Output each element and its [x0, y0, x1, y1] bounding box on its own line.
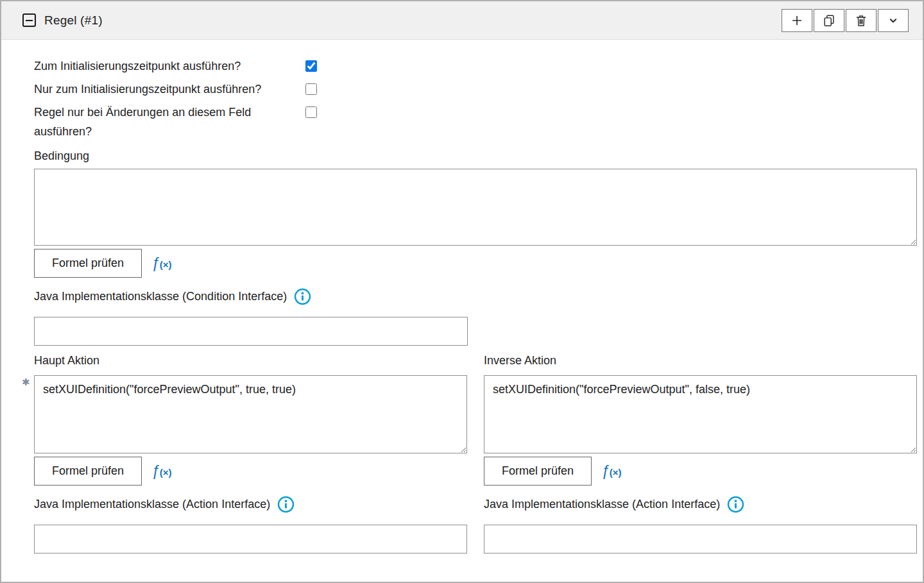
main-action-textarea-wrap: ✱ setXUIDefinition("forcePreviewOutput",…	[34, 375, 467, 453]
formula-icon[interactable]: ƒ(×)	[151, 462, 172, 480]
rule-panel: Regel (#1)	[0, 0, 924, 583]
only-on-field-change-checkbox[interactable]	[305, 106, 317, 118]
info-icon	[294, 288, 311, 305]
condition-label: Bedingung	[34, 146, 917, 165]
add-rule-button[interactable]	[782, 9, 812, 32]
chevron-down-icon	[886, 13, 900, 28]
formula-icon[interactable]: ƒ(×)	[601, 462, 622, 480]
info-icon	[277, 496, 295, 513]
checkbox-row-only-at-init: Nur zum Initialisierungszeitpunkt ausfüh…	[34, 80, 917, 99]
rule-toolbar	[782, 9, 909, 32]
checkbox-label: Nur zum Initialisierungszeitpunkt ausfüh…	[34, 80, 291, 99]
rule-header: Regel (#1)	[1, 1, 923, 40]
condition-actions-row: Formel prüfen ƒ(×)	[34, 249, 917, 278]
condition-java-label: Java Implementationsklasse (Condition In…	[34, 287, 287, 306]
main-action-java-input[interactable]	[34, 525, 467, 553]
main-action-actions-row: Formel prüfen ƒ(×)	[34, 457, 467, 486]
collapse-rule-chevron-button[interactable]	[878, 9, 909, 32]
main-action-textarea[interactable]: setXUIDefinition("forcePreviewOutput", t…	[34, 375, 467, 453]
only-at-init-checkbox[interactable]	[305, 83, 317, 95]
copy-icon	[822, 13, 836, 28]
condition-java-input[interactable]	[34, 317, 468, 346]
main-action-java-info-button[interactable]	[277, 496, 295, 513]
main-action-column: Haupt Aktion ✱ setXUIDefinition("forcePr…	[34, 351, 467, 553]
trash-icon	[854, 13, 868, 28]
inverse-action-java-input[interactable]	[484, 525, 917, 553]
checkbox-row-run-at-init: Zum Initialisierungszeitpunkt ausführen?	[34, 56, 917, 76]
inverse-action-label: Inverse Aktion	[484, 351, 917, 370]
checkbox-label: Regel nur bei Änderungen an diesem Feld …	[34, 103, 291, 141]
main-action-java-label: Java Implementationsklasse (Action Inter…	[34, 494, 270, 514]
inverse-action-java-info-button[interactable]	[727, 496, 744, 513]
main-action-check-formula-button[interactable]: Formel prüfen	[34, 457, 142, 486]
duplicate-rule-button[interactable]	[814, 9, 844, 32]
main-action-java-label-row: Java Implementationsklasse (Action Inter…	[34, 494, 467, 514]
condition-java-info-button[interactable]	[294, 288, 311, 305]
plus-icon	[790, 13, 804, 28]
rule-header-left: Regel (#1)	[22, 13, 103, 28]
condition-textarea[interactable]	[34, 169, 917, 246]
rule-title: Regel (#1)	[44, 13, 103, 28]
inverse-action-textarea[interactable]: setXUIDefinition("forcePreviewOutput", f…	[484, 375, 917, 453]
inverse-action-java-label: Java Implementationsklasse (Action Inter…	[484, 494, 720, 514]
main-action-label: Haupt Aktion	[34, 351, 467, 370]
checkbox-row-only-on-field-change: Regel nur bei Änderungen an diesem Feld …	[34, 103, 917, 141]
inverse-action-java-label-row: Java Implementationsklasse (Action Inter…	[484, 494, 917, 514]
actions-columns: Haupt Aktion ✱ setXUIDefinition("forcePr…	[34, 351, 917, 553]
run-at-init-checkbox[interactable]	[305, 60, 317, 72]
collapse-toggle-button[interactable]	[22, 13, 36, 27]
formula-icon[interactable]: ƒ(×)	[151, 255, 172, 272]
checkbox-label: Zum Initialisierungszeitpunkt ausführen?	[34, 56, 291, 76]
inverse-action-actions-row: Formel prüfen ƒ(×)	[484, 457, 917, 486]
condition-check-formula-button[interactable]: Formel prüfen	[34, 249, 142, 278]
inverse-action-check-formula-button[interactable]: Formel prüfen	[484, 457, 592, 486]
condition-java-label-row: Java Implementationsklasse (Condition In…	[34, 287, 917, 306]
delete-rule-button[interactable]	[846, 9, 877, 32]
inverse-action-textarea-wrap: setXUIDefinition("forcePreviewOutput", f…	[484, 375, 917, 453]
required-asterisk-icon: ✱	[22, 376, 30, 388]
rule-body: Zum Initialisierungszeitpunkt ausführen?…	[1, 40, 923, 582]
info-icon	[727, 496, 744, 513]
inverse-action-column: Inverse Aktion setXUIDefinition("forcePr…	[484, 351, 917, 553]
minus-square-icon	[26, 20, 33, 21]
